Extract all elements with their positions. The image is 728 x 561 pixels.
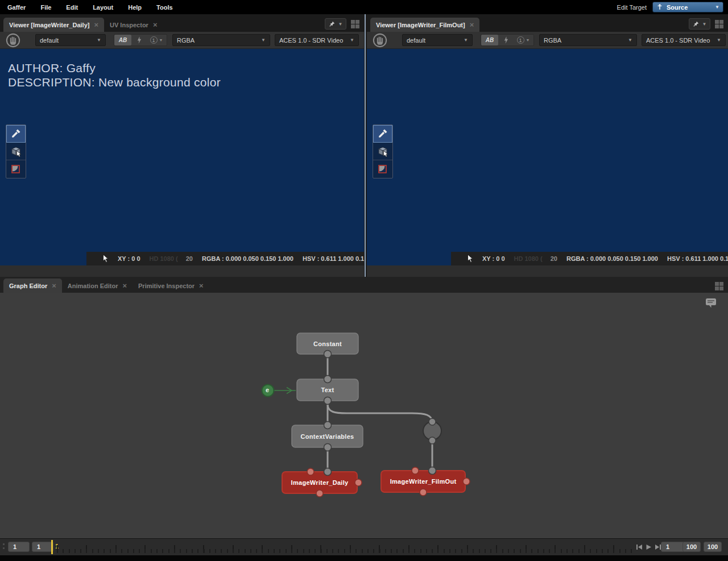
- timeline-grip[interactable]: [3, 543, 5, 551]
- node-graph-canvas[interactable]: Constant Text ContextVariables ImageWrit…: [0, 293, 728, 538]
- tab-label: UV Inspector: [110, 22, 148, 28]
- menu-help[interactable]: Help: [121, 4, 149, 11]
- view-select[interactable]: default▼: [35, 34, 106, 46]
- compare-button-group: AB 1 ▼: [481, 34, 534, 46]
- menu-edit[interactable]: Edit: [59, 4, 85, 11]
- layout-grid-icon[interactable]: [715, 20, 723, 28]
- tab-viewer-imagewriter-filmout[interactable]: Viewer [ImageWriter_FilmOut] ×: [370, 18, 479, 32]
- display-transform-select[interactable]: ACES 1.0 - SDR Video▼: [642, 34, 726, 46]
- pin-node-button[interactable]: ▼: [689, 18, 710, 30]
- pan-hand-icon[interactable]: [6, 33, 20, 48]
- pan-hand-icon[interactable]: [373, 33, 387, 48]
- node-expression[interactable]: [262, 385, 274, 397]
- menu-gaffer[interactable]: Gaffer: [0, 4, 33, 11]
- window-bottom-edge: [0, 555, 728, 561]
- chevron-down-icon: ▼: [338, 22, 343, 27]
- close-icon[interactable]: ×: [153, 21, 158, 28]
- tab-animation-editor[interactable]: Animation Editor ×: [62, 279, 133, 293]
- status-rgba: RGBA : 0.000 0.050 0.150 1.000: [566, 255, 658, 262]
- edit-target-dropdown[interactable]: Source ▼: [652, 2, 723, 13]
- chevron-down-icon: ▼: [717, 38, 721, 43]
- status-xy: XY : 0 0: [482, 255, 505, 262]
- close-icon[interactable]: ×: [94, 21, 98, 28]
- chevron-down-icon: ▼: [97, 38, 101, 43]
- status-rgba: RGBA : 0.000 0.050 0.150 1.000: [202, 255, 293, 262]
- menu-file[interactable]: File: [33, 4, 59, 11]
- status-hsv: HSV : 0.611 1.000 0.150: [303, 255, 364, 262]
- viewer-status-bar: XY : 0 0 HD 1080 ( 20 RGBA : 0.000 0.050…: [451, 252, 728, 265]
- range-max-field[interactable]: 100: [704, 542, 722, 552]
- inspect-tool[interactable]: [6, 143, 26, 160]
- viewer-right-tabbar: Viewer [ImageWriter_FilmOut] × ▼: [367, 14, 728, 32]
- current-frame-field[interactable]: 1: [661, 542, 685, 552]
- viewer-panel-filmout: Viewer [ImageWriter_FilmOut] × ▼: [367, 14, 728, 277]
- pin-node-button[interactable]: ▼: [325, 18, 346, 30]
- tab-viewer-imagewriter-daily[interactable]: Viewer [ImageWriter_Daily] ×: [3, 18, 104, 32]
- layer-one-icon: 1: [517, 36, 524, 44]
- chevron-down-icon: ▼: [464, 38, 468, 43]
- gaffer-window: Gaffer File Edit Layout Help Tools Edit …: [0, 0, 728, 561]
- compare-ab-button[interactable]: AB: [114, 35, 131, 45]
- annotation-bubble-icon[interactable]: [705, 298, 717, 308]
- close-icon[interactable]: ×: [122, 282, 127, 289]
- wipe-bolt-icon[interactable]: [498, 35, 513, 45]
- menu-tools[interactable]: Tools: [149, 4, 180, 11]
- inspect-tool[interactable]: [373, 143, 392, 160]
- timeline-bar: 1 1 1 1 100 100: [0, 538, 728, 555]
- channels-select[interactable]: RGBA▼: [172, 34, 270, 46]
- editor-tabbar: Graph Editor × Animation Editor × Primit…: [0, 277, 728, 293]
- playhead[interactable]: [51, 540, 53, 554]
- skip-start-icon[interactable]: [636, 543, 643, 551]
- display-transform-select[interactable]: ACES 1.0 - SDR Video▼: [275, 34, 359, 46]
- chevron-down-icon: ▼: [159, 38, 163, 42]
- color-picker-tool[interactable]: [373, 125, 392, 143]
- node-connections: [328, 354, 432, 472]
- timeline-ruler[interactable]: [57, 542, 634, 553]
- compare-image-select[interactable]: 1 ▼: [146, 35, 167, 45]
- wipe-bolt-icon[interactable]: [131, 35, 146, 45]
- cube-cursor-icon: [10, 145, 22, 157]
- crop-window-tool[interactable]: [6, 160, 26, 178]
- status-hsv: HSV : 0.611 1.000 0.150: [667, 255, 728, 262]
- compare-image-select[interactable]: 1 ▼: [513, 35, 533, 45]
- dot-input-plug[interactable]: [429, 418, 436, 425]
- crop-window-tool[interactable]: [373, 160, 392, 178]
- tab-primitive-inspector[interactable]: Primitive Inspector ×: [133, 279, 209, 293]
- viewport-daily[interactable]: AUTHOR: Gaffy DESCRIPTION: New backgroun…: [0, 49, 364, 265]
- color-picker-tool[interactable]: [6, 125, 26, 143]
- layout-grid-icon[interactable]: [715, 282, 723, 290]
- compare-ab-button[interactable]: AB: [481, 35, 498, 45]
- edit-target-label: Edit Target: [617, 4, 647, 11]
- pin-icon: [656, 4, 663, 11]
- viewer-status-bar: XY : 0 0 HD 1080 ( 20 RGBA : 0.000 0.050…: [86, 252, 364, 265]
- play-icon[interactable]: [645, 543, 652, 551]
- tab-graph-editor[interactable]: Graph Editor ×: [3, 279, 62, 293]
- status-format-tail: 20: [551, 255, 557, 262]
- channels-select[interactable]: RGBA▼: [539, 34, 637, 46]
- edit-target-value: Source: [667, 4, 712, 11]
- view-select[interactable]: default▼: [402, 34, 473, 46]
- chevron-down-icon: ▼: [715, 5, 719, 10]
- range-current-field[interactable]: 1: [32, 542, 53, 552]
- eyedropper-icon: [10, 128, 22, 139]
- range-end-field[interactable]: 100: [682, 542, 701, 552]
- close-icon[interactable]: ×: [199, 282, 204, 289]
- status-format: HD 1080 (: [514, 255, 543, 262]
- status-format-tail: 20: [186, 255, 193, 262]
- crop-wipe-icon: [11, 164, 21, 174]
- chevron-down-icon: ▼: [261, 38, 266, 43]
- tab-label: Animation Editor: [68, 282, 118, 289]
- close-icon[interactable]: ×: [52, 282, 56, 289]
- dot-output-plug[interactable]: [429, 437, 436, 444]
- menu-layout[interactable]: Layout: [85, 4, 121, 11]
- tab-uv-inspector[interactable]: UV Inspector ×: [104, 18, 163, 32]
- close-icon[interactable]: ×: [470, 21, 474, 28]
- viewport-filmout[interactable]: XY : 0 0 HD 1080 ( 20 RGBA : 0.000 0.050…: [367, 49, 728, 265]
- tab-label: Graph Editor: [9, 282, 47, 289]
- image-text-overlay: AUTHOR: Gaffy DESCRIPTION: New backgroun…: [8, 61, 221, 90]
- layer-one-icon: 1: [150, 36, 158, 44]
- status-format: HD 1080 (: [150, 255, 178, 262]
- layout-grid-icon[interactable]: [351, 20, 359, 28]
- range-start-field[interactable]: 1: [8, 542, 30, 552]
- chevron-down-icon: ▼: [628, 38, 632, 43]
